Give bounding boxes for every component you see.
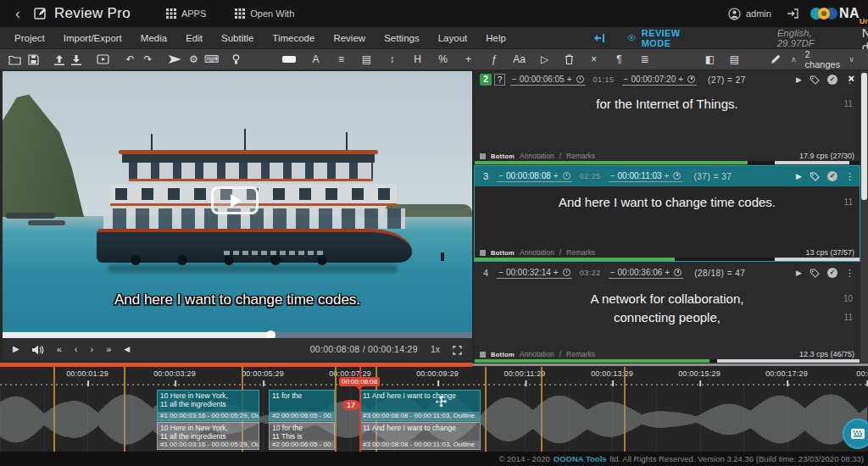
frame-forward-button[interactable]: › <box>91 338 94 360</box>
contrast-icon[interactable]: ◧ <box>701 50 719 69</box>
play-subtitle-icon[interactable]: ▶ <box>796 269 802 277</box>
skip-end-button[interactable]: » <box>106 338 111 360</box>
menu-help[interactable]: Help <box>476 33 515 43</box>
delete-trash-icon[interactable] <box>561 54 577 64</box>
subtitle-text-area[interactable]: for the Internet of Things.11 <box>475 88 860 151</box>
play-overlay-button[interactable] <box>211 186 259 214</box>
previous-change-icon[interactable]: ∧ <box>791 55 797 64</box>
font-icon[interactable]: A <box>307 50 325 69</box>
in-timecode[interactable]: 00:00:08:08 <box>506 171 551 180</box>
subtitle-box-icon[interactable] <box>282 56 296 63</box>
plus-button[interactable]: + <box>665 268 670 277</box>
skip-start-button[interactable]: « <box>57 338 62 360</box>
send-icon[interactable] <box>165 54 185 64</box>
approve-check-icon[interactable]: ✓ <box>827 75 837 85</box>
menu-media[interactable]: Media <box>131 33 176 43</box>
link-icon[interactable]: % <box>434 50 452 69</box>
in-timecode[interactable]: 00:00:32:14 <box>506 268 551 277</box>
approve-check-icon[interactable]: ✓ <box>827 268 837 278</box>
out-timecode[interactable]: 00:00:11:03 <box>618 171 662 180</box>
subtitle-row-4[interactable]: 4 − 00:00:32:14 + 03:22 − 00:00:36:06 + … <box>475 263 860 363</box>
clock-icon[interactable] <box>563 269 570 276</box>
play-subtitle-icon[interactable]: ▶ <box>796 75 802 84</box>
plus-button[interactable]: + <box>567 75 572 84</box>
menu-project[interactable]: Project <box>5 33 54 43</box>
clock-icon[interactable] <box>563 172 570 180</box>
subtitle-text-area[interactable]: And here I want to change time codes.11 <box>475 186 860 247</box>
annotation-tab[interactable]: Annotation <box>520 248 554 257</box>
minus-button[interactable]: − <box>610 268 615 277</box>
back-icon[interactable]: ‹ <box>8 5 27 23</box>
settings-gear-icon[interactable]: ⚙ <box>185 50 203 69</box>
previous-subtitle-button[interactable]: ◀ <box>124 338 130 360</box>
menu-edit[interactable]: Edit <box>176 33 212 43</box>
volume-icon[interactable] <box>32 338 44 360</box>
subtitle-text[interactable]: for the Internet of Things. <box>596 97 737 111</box>
open-folder-icon[interactable] <box>5 54 25 65</box>
retime-icon[interactable] <box>590 33 605 43</box>
tag-icon[interactable] <box>810 269 820 278</box>
timeline-block-1[interactable]: 10 Here in New York, 11 all the ingredie… <box>157 390 259 421</box>
merge-lines-icon[interactable]: ≣ <box>636 50 654 69</box>
position-grid-icon[interactable] <box>480 153 486 159</box>
playback-speed[interactable]: 1x <box>431 344 440 354</box>
plus-button[interactable]: + <box>665 171 670 180</box>
timeline-block-3-original[interactable]: 11 And here I want to change #3 00:00:08… <box>359 422 481 450</box>
annotation-tab[interactable]: Annotation <box>520 152 554 160</box>
clock-icon[interactable] <box>687 75 695 83</box>
add-icon[interactable]: + <box>459 50 477 69</box>
anchor-label[interactable]: Bottom <box>491 351 515 358</box>
video-frame[interactable]: And here I want to change time codes. <box>3 71 472 332</box>
play-from-icon[interactable]: ▷ <box>536 50 554 69</box>
minus-button[interactable]: − <box>498 268 504 277</box>
timeline-block-2[interactable]: 11 for the #2 00:00:06:05 - 00: <box>269 390 335 421</box>
review-mode-indicator[interactable]: REVIEW MODE <box>627 28 686 48</box>
redo-icon[interactable]: ↷ <box>139 50 157 69</box>
timeline-block-2-original[interactable]: 10 for the 11 This is #2 00:00:06:05 - 0… <box>269 422 335 450</box>
menu-settings[interactable]: Settings <box>375 33 429 43</box>
case-icon[interactable]: Aa <box>510 50 528 69</box>
menu-review[interactable]: Review <box>324 33 375 43</box>
minus-button[interactable]: − <box>498 171 504 180</box>
in-timecode[interactable]: 00:00:06:05 <box>520 75 565 84</box>
approve-check-icon[interactable]: ✓ <box>827 171 837 181</box>
subtitle-text[interactable]: A network for collaboration, <box>591 291 744 306</box>
virtual-keyboard-button[interactable] <box>843 419 868 449</box>
shortcuts-keyboard-icon[interactable]: ⌨ <box>203 50 220 69</box>
user-menu[interactable]: admin <box>728 8 771 20</box>
clear-icon[interactable]: × <box>585 50 603 69</box>
notes-icon[interactable]: ▤ <box>726 50 743 69</box>
undo-icon[interactable]: ↶ <box>121 50 139 69</box>
row-number-badge[interactable]: 2 <box>480 74 492 86</box>
vertical-position-icon[interactable]: ↕ <box>383 50 401 69</box>
timeline-block-3[interactable]: 11 And here I want to change #3 00:00:08… <box>359 390 481 421</box>
save-icon[interactable] <box>25 54 42 65</box>
annotation-tab[interactable]: Annotation <box>520 350 554 358</box>
position-grid-icon[interactable] <box>480 250 486 256</box>
anchor-label[interactable]: Bottom <box>491 249 515 257</box>
logout-icon[interactable] <box>787 8 798 19</box>
row-menu-icon[interactable]: ⋮ <box>845 171 854 182</box>
panel-close-icon[interactable]: × <box>848 72 854 85</box>
clock-icon[interactable] <box>673 172 681 180</box>
subtitle-text[interactable]: connecting people, <box>614 310 721 325</box>
plus-button[interactable]: + <box>678 75 683 84</box>
subtitle-row-2[interactable]: 2 ? − 00:00:06:05 + 01:15 − 00:00:07:20 … <box>475 71 860 164</box>
align-block-icon[interactable]: ▤ <box>358 50 376 69</box>
apps-button[interactable]: APPS <box>166 8 206 19</box>
subtitle-row-3-active[interactable]: 3 − 00:00:08:08 + 02:25 − 00:00:11:03 + … <box>475 166 860 261</box>
video-seekbar[interactable] <box>3 332 472 338</box>
align-lines-icon[interactable]: ≡ <box>332 50 350 69</box>
timeline[interactable]: 00:00:01:29 00:00:03:29 00:00:05:29 00:0… <box>0 363 868 452</box>
remarks-tab[interactable]: Remarks <box>566 152 595 160</box>
menu-timecode[interactable]: Timecode <box>263 33 324 43</box>
tag-icon[interactable] <box>810 75 820 85</box>
menu-layout[interactable]: Layout <box>429 33 477 43</box>
subtitle-text-area[interactable]: A network for collaboration,10 connectin… <box>475 283 860 349</box>
position-grid-icon[interactable] <box>480 352 486 358</box>
anchor-label[interactable]: Bottom <box>491 153 515 160</box>
row-menu-icon[interactable]: ⋮ <box>845 268 854 279</box>
video-icon[interactable] <box>93 54 113 64</box>
changes-count[interactable]: 2 changes <box>805 49 841 69</box>
tag-icon[interactable] <box>810 172 820 181</box>
